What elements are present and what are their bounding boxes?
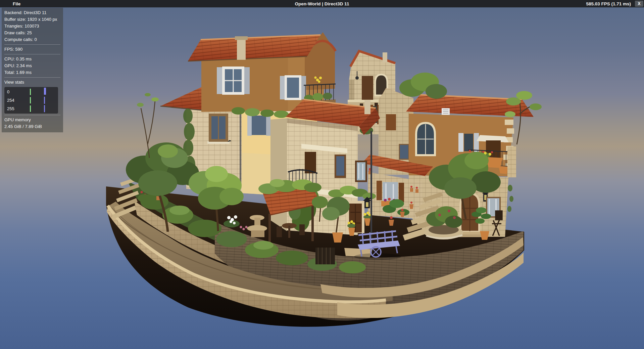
stat-draw-calls: Draw calls: 25 [4,30,60,36]
view-stats-row-label: 255 [4,104,18,113]
view-stats-row-label: 254 [4,96,18,104]
gpu-memory-label: GPU memory [4,117,60,123]
view-stats-label: View stats [4,79,60,86]
stat-gpu-time: GPU: 2.34 ms [4,62,60,69]
blue-bar [44,105,45,112]
hanging-vine [507,185,513,212]
window-shuttered [217,67,250,95]
close-button[interactable]: X [635,1,643,7]
view-stats-row: 254 [4,96,58,104]
viewport-3d[interactable] [0,0,644,349]
stat-cpu-time: CPU: 0.35 ms [4,56,60,62]
scene-3d-render [0,0,644,349]
green-marker [30,105,31,112]
divider [4,77,60,78]
stat-buffer-size: Buffer size: 1920 x 1040 px [4,16,60,23]
app-window: File Open-World | Direct3D 11 585.03 FPS… [0,0,644,349]
view-stats-row-label: 0 [4,88,18,96]
view-stats-row-track [18,88,58,96]
stat-fps: FPS: 590 [4,46,60,53]
view-stats-row-track [18,104,58,113]
divider [4,44,60,45]
gpu-memory-value: 2.45 GiB / 7.89 GiB [4,123,60,130]
menu-file[interactable]: File [0,0,24,7]
stat-compute-calls: Compute calls: 0 [4,36,60,43]
blue-bar [44,88,46,95]
view-stats-row-track [18,96,58,104]
window-shuttered [458,133,479,152]
blue-bar [44,97,45,104]
divider [4,54,60,54]
tower-door [362,76,373,101]
green-marker [30,89,31,95]
window [207,114,230,144]
green-marker [30,97,31,103]
title-bar: File Open-World | Direct3D 11 585.03 FPS… [0,0,644,7]
stat-backend: Backend: Direct3D 11 [4,9,60,16]
view-stats-graph: 0 254 255 [4,87,58,114]
view-stats-row: 255 [4,104,58,113]
window-title: Open-World | Direct3D 11 [0,1,644,6]
fps-readout: 585.03 FPS (1.71 ms) [586,1,631,6]
divider [4,115,60,115]
view-stats-row: 0 [4,88,58,96]
stat-total-time: Total: 1.69 ms [4,69,60,76]
window-shuttered [247,115,270,136]
window-shuttered [280,75,306,100]
stats-overlay: Backend: Direct3D 11 Buffer size: 1920 x… [2,8,63,132]
stat-triangles: Triangles: 103073 [4,23,60,30]
grate [315,248,335,264]
